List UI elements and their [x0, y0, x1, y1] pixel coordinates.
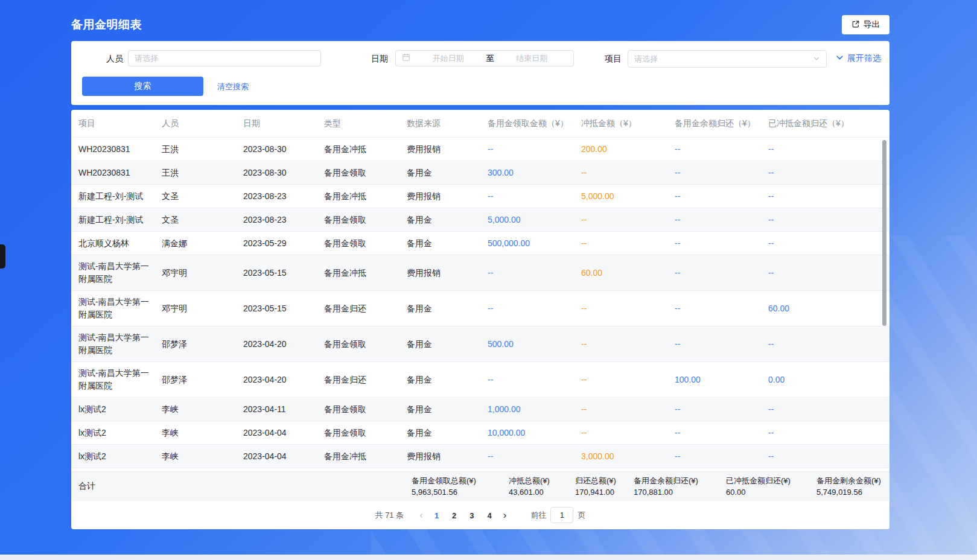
table-row: 测试-南昌大学第一附属医院邵梦泽2023-04-20备用金领取备用金500.00… [71, 326, 889, 362]
summary-total-label: 合计 [78, 481, 95, 492]
column-header: 项目 [78, 118, 162, 129]
pagination-bar: 共 71 条 ‹ 1234 › 前往 页 [71, 501, 889, 529]
page-number-button[interactable]: 1 [428, 511, 445, 520]
cell-date: 2023-04-04 [243, 422, 324, 444]
cell-project: 测试-南昌大学第一附属医院 [78, 255, 162, 290]
goto-page-input[interactable] [550, 507, 573, 523]
search-button[interactable]: 搜索 [82, 77, 203, 96]
column-header: 备用金领取金额（¥） [488, 118, 581, 129]
summary-item: 备用金领取总额(¥)5,963,501.56 [412, 476, 476, 498]
page-title: 备用金明细表 [71, 17, 142, 33]
cell-withdraw: 500.00 [488, 333, 581, 355]
expand-filters-link[interactable]: 展开筛选 [836, 53, 881, 64]
side-drawer-handle[interactable] [0, 244, 5, 269]
table-row: 测试-南昌大学第一附属医院邓宇明2023-05-15备用金冲抵费用报销--60.… [71, 255, 889, 291]
cell-date: 2023-04-20 [243, 333, 324, 355]
cell-date: 2023-04-04 [243, 445, 324, 468]
cell-withdraw: -- [488, 298, 581, 320]
clear-search-link[interactable]: 清空搜索 [217, 81, 249, 92]
cell-type: 备用金领取 [324, 232, 407, 255]
cell-offset-return: -- [768, 138, 889, 161]
column-header: 备用金余额归还（¥） [675, 118, 768, 129]
table-row: 新建工程-刘-测试文圣2023-08-23备用金冲抵费用报销--5,000.00… [71, 185, 889, 208]
table-scrollbar-thumb[interactable] [882, 140, 886, 326]
cell-withdraw: -- [488, 369, 581, 391]
summary-item-value: 5,963,501.56 [412, 487, 476, 498]
export-icon [851, 20, 860, 30]
column-header: 冲抵金额（¥） [581, 118, 675, 129]
cell-project: WH20230831 [78, 162, 162, 184]
cell-withdraw: 10,000.00 [488, 422, 581, 444]
person-filter-label: 人员 [106, 54, 123, 63]
table-row: 测试-南昌大学第一附属医院邓宇明2023-05-15备用金归还备用金------… [71, 291, 889, 326]
column-header: 人员 [162, 118, 243, 129]
cell-date: 2023-08-23 [243, 185, 324, 208]
table-row: lx测试2李峡2023-04-04备用金冲抵费用报销--3,000.00---- [71, 445, 889, 468]
cell-balance-return: -- [675, 232, 768, 255]
cell-project: lx测试2 [78, 398, 162, 421]
cell-type: 备用金冲抵 [324, 138, 407, 161]
cell-offset: 200.00 [581, 138, 675, 161]
cell-person: 邓宇明 [162, 262, 243, 284]
summary-item-value: 60.00 [726, 487, 791, 498]
page-number-button[interactable]: 2 [445, 511, 463, 520]
cell-person: 李峡 [162, 445, 243, 468]
table-header-row: 项目人员日期类型数据来源备用金领取金额（¥）冲抵金额（¥）备用金余额归还（¥）已… [71, 110, 889, 138]
summary-item-value: 170,881.00 [634, 487, 698, 498]
cell-type: 备用金冲抵 [324, 185, 407, 208]
person-filter-input[interactable] [128, 50, 321, 66]
cell-project: 新建工程-刘-测试 [78, 209, 162, 231]
cell-type: 备用金领取 [324, 209, 407, 231]
cell-balance-return: -- [675, 138, 768, 161]
column-header: 日期 [243, 118, 324, 129]
summary-item: 已冲抵金额归还(¥)60.00 [726, 476, 791, 498]
cell-project: 测试-南昌大学第一附属医院 [78, 362, 162, 397]
expand-chevron-down-icon [836, 54, 844, 63]
goto-page-suffix: 页 [578, 510, 585, 521]
cell-withdraw: 300.00 [488, 162, 581, 184]
cell-offset-return: -- [768, 333, 889, 355]
date-range-input[interactable]: 开始日期 至 结束日期 [395, 50, 574, 66]
cell-date: 2023-08-30 [243, 162, 324, 184]
cell-date: 2023-04-20 [243, 369, 324, 391]
cell-offset-return: 60.00 [768, 298, 889, 320]
cell-project: 新建工程-刘-测试 [78, 185, 162, 208]
cell-date: 2023-05-15 [243, 298, 324, 320]
cell-project: lx测试2 [78, 445, 162, 468]
summary-item: 归还总额(¥)170,941.00 [575, 476, 616, 498]
project-select-placeholder: 请选择 [634, 54, 813, 65]
pagination-total-count: 共 71 条 [375, 510, 404, 521]
cell-offset: -- [581, 398, 675, 421]
next-page-button[interactable]: › [498, 510, 512, 520]
cell-project: 测试-南昌大学第一附属医院 [78, 326, 162, 361]
cell-offset-return: -- [768, 398, 889, 421]
cell-date: 2023-08-23 [243, 209, 324, 231]
cell-project: lx测试2 [78, 422, 162, 444]
cell-offset: -- [581, 162, 675, 184]
page-number-button[interactable]: 3 [463, 511, 480, 520]
project-filter-select[interactable]: 请选择 [628, 50, 827, 68]
page-header: 备用金明细表 导出 [71, 15, 889, 34]
prev-page-button[interactable]: ‹ [415, 510, 428, 520]
chevron-down-icon [813, 54, 820, 65]
cell-date: 2023-05-29 [243, 232, 324, 255]
table-row: 测试-南昌大学第一附属医院邵梦泽2023-04-20备用金归还备用金----10… [71, 362, 889, 398]
expand-filters-label: 展开筛选 [847, 53, 881, 64]
cell-source: 备用金 [407, 398, 488, 421]
column-header: 已冲抵金额归还（¥） [768, 118, 889, 129]
cell-offset: 60.00 [581, 262, 675, 284]
summary-item-value: 170,941.00 [575, 487, 616, 498]
page-number-list: 1234 [428, 510, 498, 521]
cell-type: 备用金领取 [324, 398, 407, 421]
table-row: WH20230831王洪2023-08-30备用金领取备用金300.00----… [71, 161, 889, 185]
table-panel: 项目人员日期类型数据来源备用金领取金额（¥）冲抵金额（¥）备用金余额归还（¥）已… [71, 110, 889, 529]
cell-offset-return: -- [768, 185, 889, 208]
export-button[interactable]: 导出 [842, 15, 889, 34]
table-row: lx测试2李峡2023-04-04备用金领取备用金10,000.00------ [71, 421, 889, 445]
cell-offset: 5,000.00 [581, 185, 675, 208]
summary-item-label: 备用金剩余金额(¥) [816, 476, 881, 486]
page-number-button[interactable]: 4 [481, 511, 498, 520]
table-body: WH20230831王洪2023-08-30备用金冲抵费用报销--200.00-… [71, 138, 889, 471]
cell-date: 2023-08-30 [243, 138, 324, 161]
summary-item-label: 冲抵总额(¥) [509, 476, 550, 486]
